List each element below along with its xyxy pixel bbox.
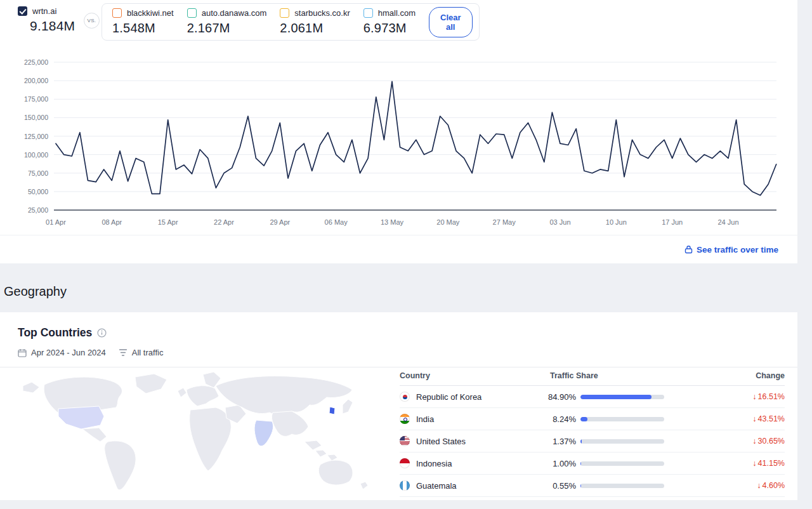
x-axis-label: 17 Jun	[650, 218, 695, 226]
competitor-value: 2.061M	[280, 21, 350, 36]
divider	[0, 367, 797, 367]
change-down-arrow-icon: ↓	[752, 437, 756, 446]
country-row[interactable]: India 8.24% ↓43.51%	[400, 408, 785, 430]
country-row[interactable]: Indonesia 1.00% ↓41.15%	[400, 453, 785, 475]
map-india	[254, 420, 273, 446]
x-axis-label: 22 Apr	[202, 218, 246, 226]
filter-icon	[119, 348, 128, 357]
see-traffic-over-time-link[interactable]: See traffic over time	[684, 245, 778, 255]
primary-site-block: wrtn.ai 9.184M	[18, 6, 75, 34]
x-axis-label: 29 Apr	[258, 218, 302, 226]
country-row[interactable]: Guatemala 0.55% ↓4.60%	[400, 475, 785, 497]
flag-republic-of-korea-icon	[400, 392, 410, 402]
change-down-arrow-icon: ↓	[752, 414, 756, 423]
clear-all-button[interactable]: Clear all	[429, 7, 473, 37]
traffic-share-bar	[580, 417, 664, 421]
y-axis-label: 125,000	[10, 133, 48, 140]
traffic-share-value: 1.00%	[529, 459, 576, 468]
x-axis-label: 20 May	[426, 218, 470, 226]
traffic-filter-label: All traffic	[132, 348, 164, 357]
x-axis-label: 10 Jun	[594, 218, 638, 226]
change-cell: ↓16.51%	[664, 392, 785, 401]
x-axis-label: 03 Jun	[538, 218, 582, 226]
change-down-arrow-icon: ↓	[752, 392, 756, 401]
traffic-share-value: 1.37%	[529, 437, 576, 446]
country-name: Guatemala	[416, 481, 529, 491]
competitor-value: 6.973M	[363, 21, 416, 36]
page: wrtn.ai 9.184M VS. blackkiwi.net 1.548M …	[0, 0, 797, 509]
x-axis-label: 24 Jun	[706, 218, 750, 226]
map-united-states	[58, 406, 104, 429]
date-range: Apr 2024 - Jun 2024	[18, 348, 106, 357]
lock-icon	[684, 245, 693, 254]
geography-section-gap: Geography	[0, 263, 797, 312]
primary-site-value: 9.184M	[18, 18, 75, 34]
traffic-share-value: 8.24%	[529, 414, 576, 424]
primary-site-label[interactable]: wrtn.ai	[32, 6, 56, 16]
competitor-chip: hmall.com 6.973M	[363, 8, 416, 36]
change-down-arrow-icon: ↓	[757, 481, 761, 490]
x-axis-label: 08 Apr	[89, 218, 134, 226]
y-axis-label: 100,000	[10, 151, 48, 159]
competitor-label[interactable]: blackkiwi.net	[127, 8, 174, 18]
traffic-filter: All traffic	[119, 348, 164, 357]
country-name: United States	[416, 437, 529, 446]
top-countries-meta: Apr 2024 - Jun 2024 All traffic	[18, 348, 163, 357]
traffic-line-chart[interactable]: 225,000200,000175,000150,000125,000100,0…	[0, 57, 797, 232]
country-column-header: Country	[400, 371, 430, 380]
change-cell: ↓41.15%	[664, 459, 785, 468]
bottom-gap	[0, 500, 797, 509]
chart-card-footer: See traffic over time	[0, 235, 797, 263]
date-range-label: Apr 2024 - Jun 2024	[31, 348, 106, 357]
map-republic-of-korea	[329, 407, 335, 414]
competitor-chip: starbucks.co.kr 2.061M	[280, 8, 350, 36]
competitors-box: blackkiwi.net 1.548M auto.danawa.com 2.1…	[102, 3, 480, 41]
primary-site-checkbox[interactable]	[18, 6, 27, 16]
competitor-chip: auto.danawa.com 2.167M	[187, 8, 267, 36]
info-icon[interactable]	[97, 328, 107, 338]
flag-united-states-icon	[400, 436, 410, 446]
country-row[interactable]: United States 1.37% ↓30.65%	[400, 430, 785, 453]
y-axis-label: 225,000	[10, 58, 48, 66]
x-axis-label: 13 May	[370, 218, 414, 226]
traffic-share-value: 0.55%	[529, 481, 576, 491]
change-value: 41.15%	[758, 459, 785, 468]
x-axis-label: 15 Apr	[146, 218, 190, 226]
change-cell: ↓4.60%	[664, 481, 785, 490]
calendar-icon	[18, 348, 27, 357]
change-value: 16.51%	[758, 392, 785, 401]
change-cell: ↓43.51%	[664, 414, 785, 423]
geography-heading: Geography	[4, 284, 67, 299]
country-name: Republic of Korea	[416, 392, 529, 402]
x-axis-label: 27 May	[482, 218, 527, 226]
y-axis-label: 200,000	[10, 77, 48, 84]
y-axis-label: 25,000	[10, 206, 48, 214]
competitor-checkbox[interactable]	[280, 8, 289, 18]
world-map[interactable]	[5, 371, 392, 498]
vs-badge: VS.	[84, 13, 100, 29]
competitor-checkbox[interactable]	[187, 8, 197, 18]
flag-guatemala-icon	[400, 480, 410, 491]
competitor-value: 1.548M	[112, 21, 174, 36]
change-value: 43.51%	[758, 414, 785, 423]
traffic-line	[56, 81, 776, 195]
traffic-share-bar	[580, 395, 664, 399]
see-traffic-over-time-label: See traffic over time	[697, 245, 778, 255]
competitor-checkbox[interactable]	[112, 8, 122, 18]
competitor-label[interactable]: auto.danawa.com	[202, 8, 267, 18]
competitor-label[interactable]: hmall.com	[378, 8, 416, 18]
competitor-label[interactable]: starbucks.co.kr	[294, 8, 350, 18]
traffic-share-bar	[580, 439, 664, 444]
traffic-share-value: 84.90%	[529, 392, 576, 402]
traffic-share-bar	[580, 461, 664, 466]
traffic-share-column-header: Traffic Share	[550, 371, 598, 380]
top-countries-title: Top Countries	[18, 326, 92, 340]
country-row[interactable]: Republic of Korea 84.90% ↓16.51%	[400, 386, 785, 408]
change-down-arrow-icon: ↓	[752, 459, 756, 468]
top-countries-card: Top Countries Apr 2024 - Jun 2024	[0, 312, 797, 500]
competitor-value: 2.167M	[187, 21, 267, 36]
competitor-checkbox[interactable]	[363, 8, 373, 18]
change-column-header: Change	[756, 371, 785, 380]
flag-indonesia-icon	[400, 458, 410, 468]
change-cell: ↓30.65%	[664, 437, 785, 446]
